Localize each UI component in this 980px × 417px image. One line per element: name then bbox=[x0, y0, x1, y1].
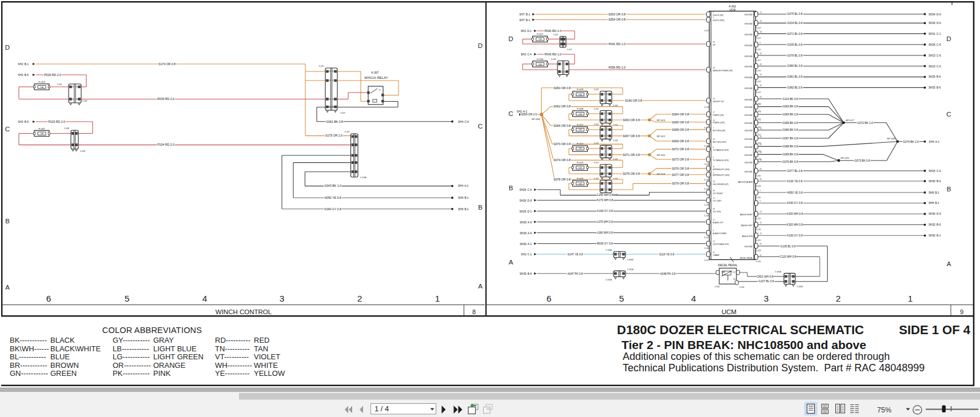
svg-text:S174 OR 0.8: S174 OR 0.8 bbox=[158, 62, 176, 66]
svg-text:18: 18 bbox=[713, 138, 715, 141]
svg-text:17: 17 bbox=[713, 111, 715, 114]
svg-text:X-018A: X-018A bbox=[360, 177, 367, 179]
svg-text:40: 40 bbox=[76, 86, 78, 88]
svg-text:SIG: SIG bbox=[733, 278, 735, 280]
svg-text:SH26: A-6: SH26: A-6 bbox=[520, 221, 532, 224]
svg-text:BK-----------: BK----------- bbox=[10, 336, 47, 344]
svg-text:87: 87 bbox=[379, 89, 381, 91]
svg-text:28: 28 bbox=[604, 135, 606, 137]
svg-text:23: 23 bbox=[760, 211, 762, 213]
svg-text:SIDE 1 OF 4: SIDE 1 OF 4 bbox=[899, 323, 970, 337]
svg-text:OUT: OUT bbox=[732, 271, 736, 274]
svg-text:SP-012: SP-012 bbox=[657, 135, 666, 138]
svg-text:GROUND: GROUND bbox=[744, 246, 753, 248]
svg-text:X-022: X-022 bbox=[567, 49, 572, 51]
svg-text:S078 OR 0.8: S078 OR 0.8 bbox=[553, 178, 571, 181]
svg-text:4: 4 bbox=[760, 42, 761, 44]
svg-text:40: 40 bbox=[332, 70, 334, 73]
svg-text:IGN KEY ON: IGN KEY ON bbox=[713, 101, 724, 103]
svg-text:9: 9 bbox=[713, 157, 714, 159]
svg-text:5: 5 bbox=[619, 294, 624, 303]
svg-text:12: 12 bbox=[713, 219, 715, 221]
svg-text:SH2: D-1: SH2: D-1 bbox=[521, 30, 532, 33]
svg-text:35: 35 bbox=[607, 154, 609, 156]
svg-text:X-065A: X-065A bbox=[605, 279, 612, 281]
svg-text:5: 5 bbox=[125, 294, 130, 303]
svg-text:28: 28 bbox=[760, 85, 762, 87]
svg-text:G072 BK 2.0: G072 BK 2.0 bbox=[857, 122, 873, 125]
svg-text:X-046: X-046 bbox=[739, 286, 744, 288]
svg-text:TAN: TAN bbox=[254, 344, 268, 353]
svg-text:P041 RD 1.0: P041 RD 1.0 bbox=[608, 42, 626, 46]
svg-text:10A: 10A bbox=[579, 167, 581, 169]
svg-text:24: 24 bbox=[760, 143, 762, 146]
svg-text:A: A bbox=[947, 260, 951, 267]
svg-text:F-034: F-034 bbox=[537, 58, 544, 61]
svg-text:F-013: F-013 bbox=[577, 161, 584, 164]
svg-text:S077 OR 0.8: S077 OR 0.8 bbox=[672, 173, 689, 177]
svg-text:21: 21 bbox=[607, 189, 609, 191]
svg-text:38: 38 bbox=[72, 98, 74, 101]
svg-text:WHITE: WHITE bbox=[254, 361, 278, 370]
svg-text:K040 GY 0.8: K040 GY 0.8 bbox=[787, 202, 803, 205]
svg-text:34: 34 bbox=[713, 67, 715, 69]
svg-text:SH2: B-1: SH2: B-1 bbox=[18, 63, 29, 66]
svg-text:LIGHT BLUE: LIGHT BLUE bbox=[153, 344, 197, 353]
svg-text:BROWN: BROWN bbox=[50, 361, 79, 370]
svg-text:S140 OR 0.8: S140 OR 0.8 bbox=[625, 99, 642, 102]
svg-text:GROUND: GROUND bbox=[744, 106, 753, 109]
svg-text:X-005: X-005 bbox=[593, 108, 599, 110]
svg-text:16: 16 bbox=[760, 20, 762, 22]
svg-text:10A: 10A bbox=[40, 133, 43, 135]
svg-text:F-037: F-037 bbox=[38, 127, 45, 130]
svg-text:B: B bbox=[478, 204, 483, 211]
svg-text:SH24: C-6: SH24: C-6 bbox=[929, 170, 941, 173]
svg-text:X-006: X-006 bbox=[613, 105, 618, 107]
svg-text:18: 18 bbox=[760, 178, 762, 181]
svg-text:X-026: X-026 bbox=[756, 260, 761, 263]
svg-text:2: 2 bbox=[836, 294, 841, 303]
svg-text:UCM: UCM bbox=[730, 9, 736, 11]
svg-text:X-035: X-035 bbox=[704, 247, 709, 250]
svg-text:SH30: D-6: SH30: D-6 bbox=[929, 212, 941, 215]
svg-text:17: 17 bbox=[607, 182, 609, 185]
svg-text:GROUND: GROUND bbox=[744, 87, 753, 90]
svg-text:SENSOR POWER (VR): SENSOR POWER (VR) bbox=[713, 70, 733, 72]
svg-text:SH26: D-6: SH26: D-6 bbox=[929, 22, 941, 25]
svg-text:29: 29 bbox=[604, 129, 606, 131]
svg-text:LB-----------: LB----------- bbox=[113, 344, 149, 353]
svg-text:S175 OR 2.0: S175 OR 2.0 bbox=[325, 134, 342, 137]
svg-text:YE----------: YE---------- bbox=[215, 369, 250, 378]
svg-text:MOTORS (VR): MOTORS (VR) bbox=[713, 130, 726, 132]
svg-text:DIGITS (VR): DIGITS (VR) bbox=[713, 14, 724, 17]
svg-text:SH26: D-1: SH26: D-1 bbox=[520, 210, 532, 213]
svg-text:S073 OR 0.8: S073 OR 0.8 bbox=[672, 158, 689, 161]
svg-text:SP-054: SP-054 bbox=[532, 118, 540, 121]
svg-text:26: 26 bbox=[713, 190, 715, 192]
svg-text:4: 4 bbox=[691, 294, 696, 303]
svg-text:X-019: X-019 bbox=[756, 91, 761, 94]
svg-text:78: 78 bbox=[620, 253, 623, 255]
svg-text:26: 26 bbox=[713, 181, 715, 183]
svg-text:27: 27 bbox=[713, 240, 715, 243]
svg-text:X-005: X-005 bbox=[593, 162, 599, 164]
svg-text:S063 OR 0.8: S063 OR 0.8 bbox=[623, 118, 640, 122]
svg-text:BLADE LIFT: BLADE LIFT bbox=[713, 222, 724, 224]
svg-text:16: 16 bbox=[760, 96, 762, 98]
svg-text:H050 YE 0.8: H050 YE 0.8 bbox=[787, 191, 802, 194]
svg-text:SP-017: SP-017 bbox=[846, 119, 854, 122]
svg-text:K100 YE 0.8: K100 YE 0.8 bbox=[787, 180, 803, 183]
svg-text:38: 38 bbox=[76, 98, 78, 101]
svg-text:2B: 2B bbox=[787, 275, 790, 278]
svg-text:14: 14 bbox=[713, 251, 715, 254]
svg-text:G070 BK 0.8: G070 BK 0.8 bbox=[782, 161, 798, 163]
svg-text:N: N bbox=[353, 162, 354, 164]
svg-text:G079 BL 0.8: G079 BL 0.8 bbox=[787, 54, 803, 57]
svg-text:GROUND: GROUND bbox=[744, 66, 753, 68]
svg-text:L070 WH 0.8: L070 WH 0.8 bbox=[597, 220, 613, 223]
svg-text:VIOLET: VIOLET bbox=[254, 352, 280, 361]
svg-text:21: 21 bbox=[604, 189, 606, 191]
svg-text:R030 RD 2.0: R030 RD 2.0 bbox=[157, 97, 174, 101]
svg-text:SP-014: SP-014 bbox=[657, 173, 666, 175]
svg-text:D: D bbox=[478, 42, 483, 49]
